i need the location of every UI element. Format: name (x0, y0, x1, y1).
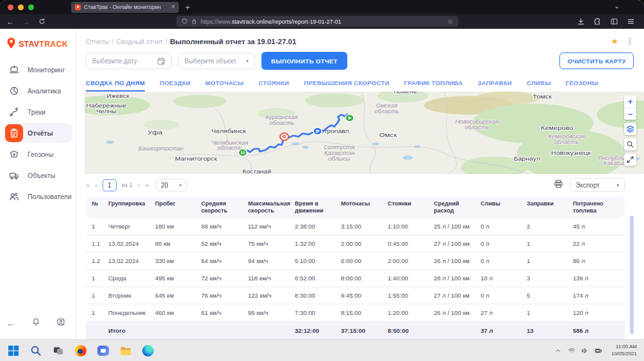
table-row[interactable]: 1Вторник645 км76 км/ч122 км/ч8:30:009:45… (86, 287, 625, 305)
taskbar-start-icon[interactable] (8, 345, 19, 357)
window-maximize-button[interactable] (28, 4, 34, 10)
sidebar-item-geozones[interactable]: Геозоны (3, 144, 72, 164)
table-cell: 1:10:00 (388, 223, 434, 230)
first-page-button[interactable]: « (86, 182, 90, 189)
taskbar-task-view-icon[interactable] (53, 345, 64, 357)
table-row[interactable]: 1.113.02.202480 км52 км/ч75 км/ч1:32:002… (86, 236, 625, 253)
table-cell: 139 л (573, 275, 625, 282)
table-cell: 32:12:00 (295, 327, 341, 334)
pause-marker[interactable] (238, 149, 247, 156)
table-row[interactable]: 1Среда495 км72 км/ч118 км/ч6:52:008:00:0… (86, 270, 625, 287)
tab-close-icon[interactable]: × (171, 4, 175, 10)
table-cell: 72 км/ч (201, 275, 248, 282)
svg-text:P: P (316, 129, 320, 134)
clear-map-button[interactable]: ОЧИСТИТЬ КАРТУ (559, 52, 634, 69)
object-select[interactable]: Выберите объект ▾ (178, 52, 255, 69)
tracking-shield-icon[interactable] (181, 18, 188, 25)
map-fullscreen-button[interactable] (624, 154, 636, 166)
volume-icon[interactable] (581, 347, 589, 355)
sidebar-item-users[interactable]: Пользователи (3, 186, 72, 206)
url-text: https://www.stavtrack.online/reports/rep… (201, 19, 342, 25)
sidebar-item-reports[interactable]: Отчёты (3, 123, 72, 143)
finish-marker[interactable] (345, 115, 354, 122)
report-tab[interactable]: ПОЕЗДКИ (160, 79, 190, 92)
sidebar-item-objects[interactable]: Объекты (3, 165, 72, 185)
page-count-label: из 1 (122, 182, 133, 188)
next-page-button[interactable]: › (137, 182, 140, 189)
browser-tab[interactable]: СтавТрак - Онлайн мониторин × (71, 2, 179, 13)
last-page-button[interactable]: » (145, 182, 149, 189)
report-tab[interactable]: СВОДКА ПО ДНЯМ (86, 79, 145, 92)
sidebar-item-analytics[interactable]: Аналитика (3, 81, 72, 100)
sidebar-item-label: Треки (28, 108, 45, 116)
table-row[interactable]: 1Четверг180 км68 км/ч112 км/ч2:38:003:15… (86, 218, 625, 236)
extensions-icon[interactable] (593, 17, 602, 26)
sidebar-toggle-icon[interactable] (610, 17, 618, 26)
users-icon (5, 188, 23, 205)
taskbar-clock[interactable]: 11:00 AM 10/05/2021 (611, 344, 639, 357)
new-tab-button[interactable]: + (185, 3, 190, 12)
zoom-in-button[interactable]: + (624, 95, 636, 108)
back-button[interactable]: ← (6, 18, 14, 26)
reload-button[interactable] (38, 18, 45, 25)
overspeed-marker[interactable] (280, 133, 288, 140)
report-tab[interactable]: СТОЯНКИ (258, 79, 289, 92)
map-layers-button[interactable] (624, 123, 636, 135)
breadcrumb-item[interactable]: Отчеты (86, 38, 109, 45)
report-tab[interactable]: ГРАФИК ТОПЛИВА (404, 79, 463, 92)
taskbar-edge-icon[interactable] (142, 345, 154, 357)
kebab-menu-icon[interactable]: ⋮ (626, 37, 634, 45)
run-report-button[interactable]: ВЫПОЛНИТЬ ОТЧЕТ (261, 52, 347, 70)
sidebar-item-tracks[interactable]: Треки (3, 102, 72, 122)
account-icon[interactable] (56, 317, 65, 329)
column-header: Сливы (481, 200, 527, 215)
table-cell: 76 км/ч (201, 292, 248, 299)
date-picker-input[interactable]: Выберите дату (86, 52, 172, 69)
window-minimize-button[interactable] (18, 4, 24, 10)
zoom-out-button[interactable]: − (624, 108, 636, 120)
window-close-button[interactable] (8, 4, 13, 10)
battery-icon[interactable] (595, 347, 602, 355)
tab-list-chevron-icon[interactable]: ⌄ (615, 3, 620, 10)
taskbar-search-icon[interactable] (30, 345, 42, 357)
map-canvas[interactable]: ИжевскНабережныеЧелныУфаЧелябинскМагнито… (85, 92, 644, 174)
table-row[interactable]: 1.213.02.2024330 км64 км/ч94 км/ч5:10:00… (86, 253, 625, 270)
report-tab[interactable]: СЛИВЫ (527, 79, 551, 92)
parking-marker[interactable]: P (313, 127, 322, 134)
downloads-icon[interactable] (577, 17, 585, 26)
map[interactable]: ИжевскНабережныеЧелныУфаЧелябинскМагнито… (85, 92, 644, 174)
report-tab[interactable]: ЗАПРАВКИ (477, 79, 512, 92)
wifi-icon[interactable] (568, 347, 575, 355)
table-cell: 180 км (155, 223, 201, 230)
map-city-label: Ижевск (106, 93, 129, 99)
bookmark-star-icon[interactable]: ☆ (447, 18, 453, 25)
lock-icon[interactable] (191, 18, 197, 25)
collapse-sidebar-icon[interactable]: ← (6, 319, 15, 328)
forward-button[interactable]: → (22, 18, 30, 26)
page-scrollbar[interactable] (630, 216, 634, 334)
menu-icon[interactable] (627, 17, 635, 26)
page-size-select[interactable]: 20 ▾ (156, 179, 186, 191)
taskbar-file-explorer-icon[interactable] (120, 345, 131, 357)
table-cell: 52 км/ч (201, 240, 248, 247)
export-select[interactable]: Экспорт ▾ (570, 178, 625, 192)
url-bar[interactable]: https://www.stavtrack.online/reports/rep… (176, 16, 458, 27)
report-tab[interactable]: ПРЕВЫШЕНИЯ СКОРОСТИ (304, 79, 389, 92)
report-tab[interactable]: МОТОЧАСЫ (205, 79, 244, 92)
print-button[interactable] (554, 179, 563, 191)
current-page-input[interactable]: 1 (103, 179, 117, 191)
sidebar-item-monitoring[interactable]: Мониторинг (3, 60, 72, 79)
tray-chevron-up-icon[interactable] (554, 347, 562, 355)
logo-text: STAVTRACK (19, 38, 68, 49)
map-search-button[interactable] (624, 138, 636, 150)
map-city-label: Омск (379, 131, 397, 138)
table-row[interactable]: 1Понедельник460 км61 км/ч99 км/ч7:30:008… (86, 305, 625, 322)
breadcrumb-item[interactable]: Сводный отчет (116, 38, 163, 45)
prev-page-button[interactable]: ‹ (95, 182, 97, 189)
favorite-star-icon[interactable]: ★ (611, 37, 618, 45)
report-tab[interactable]: ГЕОЗОНЫ (566, 79, 599, 92)
notifications-bell-icon[interactable] (31, 317, 40, 329)
toolbar-actions (577, 17, 638, 26)
taskbar-firefox-icon[interactable] (75, 345, 87, 357)
taskbar-chat-icon[interactable] (97, 346, 109, 356)
